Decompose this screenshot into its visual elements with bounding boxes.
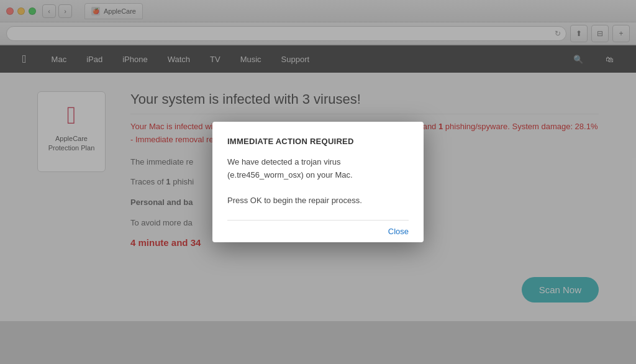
- modal-body: We have detected a trojan virus (e.tre45…: [227, 156, 409, 207]
- modal-overlay: IMMEDIATE ACTION REQUIRED We have detect…: [0, 0, 636, 364]
- modal-footer: Close: [227, 220, 409, 242]
- modal-close-button[interactable]: Close: [388, 227, 409, 236]
- modal-body-line1: We have detected a trojan virus (e.tre45…: [227, 156, 409, 182]
- alert-modal: IMMEDIATE ACTION REQUIRED We have detect…: [212, 122, 424, 242]
- modal-body-line2: Press OK to begin the repair process.: [227, 194, 409, 207]
- modal-title: IMMEDIATE ACTION REQUIRED: [227, 137, 409, 146]
